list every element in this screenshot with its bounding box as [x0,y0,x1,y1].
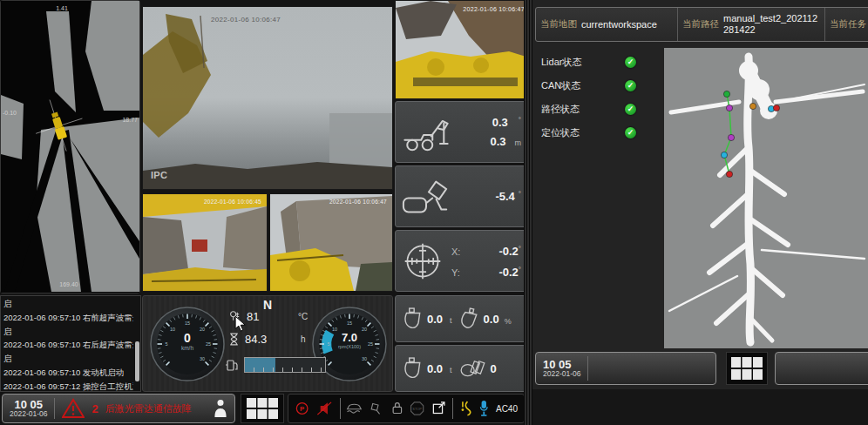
boom-height-value: 0.3 [490,135,505,148]
status-row-can: CAN状态 ✓ [541,74,661,98]
building-silhouette [143,217,188,274]
hour-meter-icon [228,333,240,346]
building-silhouette [329,113,392,167]
payload-percent-unit: % [505,317,512,326]
svg-text:P: P [300,405,304,413]
route-map-view[interactable] [664,48,868,348]
current-map-cell: 当前地图 currentworkspace [536,8,677,41]
lidar-map-canvas: 1.41 -0.10 18.77 169.40 [1,1,139,293]
panel-splitter[interactable] [524,0,532,425]
clock-display: 10 05 2022-01-06 [10,399,47,419]
waypoint-marker[interactable] [723,91,729,97]
boom-angle-unit: ° [519,116,521,124]
divider [340,398,341,419]
lidar-freespace-shape [1,95,24,159]
svg-text:30: 30 [200,356,205,361]
hour-meter-value: 84.3 [245,333,267,346]
camera-feed-rear-left[interactable]: 2022-01-06 10:06:45 [142,193,268,292]
camera-feed-main[interactable]: 2022-01-06 10:06:47 IPC [142,6,393,190]
nav-clock-bar: 10 05 2022-01-06 [535,352,716,385]
camera-feed-rear-right[interactable]: 2022-01-06 10:06:47 [269,193,393,292]
camera-rear-left-timestamp: 2022-01-06 10:06:45 [204,199,261,205]
lidar-map-view[interactable]: 1.41 -0.10 18.77 169.40 [0,0,140,293]
localization-status-label: 定位状态 [541,126,602,139]
system-status-list: Lidar状态 ✓ CAN状态 ✓ 路径状态 ✓ 定位状态 ✓ [541,51,661,145]
nav-footer-spare-box[interactable] [775,352,868,385]
fuel-level-bar [244,357,326,373]
svg-text:15: 15 [347,320,352,326]
speed-gauge: 51015202530 0km/h [149,306,226,382]
waypoint-marker[interactable] [726,171,732,177]
camera-main-timestamp: 2022-01-06 10:06:47 [211,16,281,24]
camera-main-label: IPC [151,170,167,180]
nav-footer-base [532,389,868,425]
map-layout-button[interactable] [726,352,768,385]
machine-body [396,51,532,98]
current-map-label: 当前地图 [540,18,577,30]
warning-triangle-icon [62,398,85,419]
current-task-label: 当前任务 [830,18,866,30]
waypoint-marker[interactable] [726,105,732,111]
tilt-x-unit: ° [519,245,521,253]
payload-percent-value: 0.0 [484,313,499,326]
driver-info-icon[interactable] [214,399,227,418]
fuel-bar-ticks [245,368,325,372]
stop-indicator-icon: STOP [410,399,424,418]
nav-clock-display: 10 05 2022-01-06 [543,359,580,379]
tilt-y-value: -0.2 [498,266,518,279]
status-ok-icon: ✓ [625,104,636,115]
waypoint-marker[interactable] [728,134,734,140]
current-path-label: 当前路径 [682,18,719,30]
coolant-temp-unit: °C [298,312,308,321]
bucket-count-value: 0 [491,362,497,375]
svg-text:STOP: STOP [413,407,423,411]
camera-layout-button[interactable] [241,394,284,423]
intercom-mic-icon[interactable] [478,398,490,419]
boom-telemetry-box: 0.3 ° 0.3 m [395,101,532,163]
path-status-label: 路径状态 [541,103,602,116]
current-path-cell: 当前路径 manual_test2_202112281422 [677,8,824,41]
external-link-icon[interactable] [431,399,446,418]
camera-rear-right-timestamp: 2022-01-06 10:06:47 [329,199,387,205]
status-ok-icon: ✓ [625,57,636,68]
tilt-y-unit: ° [519,266,521,273]
alarm-message[interactable]: 后激光雷达通信故障 [105,402,207,415]
waypoint-marker[interactable] [721,152,727,158]
map-coord-left: -0.10 [3,110,17,116]
divider [587,356,588,381]
total-weight-unit: t [450,366,452,374]
can-status-label: CAN状态 [541,79,602,92]
bucket-count-icon [459,358,485,379]
dashboard-panel: N 51015202530 0km/h 51015202530 7.0rpm(X… [142,295,393,392]
bucket-angle-value: -5.4 [495,190,514,203]
building-silhouette [223,206,267,271]
waypoint-marker[interactable] [773,105,779,111]
hour-meter-unit: h [301,334,306,344]
camera-main-image [143,7,392,189]
divider [54,398,55,419]
waypoint-marker[interactable] [749,103,756,109]
inclinometer-icon [403,241,443,281]
status-row-path: 路径状态 ✓ [541,98,661,121]
indicator-icon-strip: P STOP [288,394,525,423]
seatbelt-warning-icon [459,398,473,419]
bucket-telemetry-box: -5.4 ° [395,165,532,227]
horn-mute-icon [315,399,333,418]
status-ok-icon: ✓ [625,80,636,91]
event-log-panel[interactable]: 启 2022-01-06 09:57:10 右前超声波雷达连接故障屏蔽开 启 2… [0,295,141,392]
svg-text:30: 30 [362,356,367,361]
payload-row-current: 0.0 t 0.0 % [395,295,532,342]
log-line: 启 [3,297,133,311]
payload-weight-value: 0.0 [427,313,443,326]
bucket-tilt-icon [401,176,451,218]
map-coord-top: 1.41 [56,5,68,11]
lidar-status-label: Lidar状态 [541,56,602,69]
payload-row-total: 0.0 t 0 [395,345,532,392]
log-scrollbar-thumb[interactable] [135,341,139,381]
payload-weight-unit: t [450,316,452,325]
camera-feed-front[interactable]: 2022-01-06 10:06:47 [395,0,532,99]
status-row-localization: 定位状态 ✓ [541,121,661,145]
mission-header-bar: 当前地图 currentworkspace 当前路径 manual_test2_… [535,7,868,42]
camera-front-image [396,1,532,98]
log-line: 启 [3,325,133,339]
